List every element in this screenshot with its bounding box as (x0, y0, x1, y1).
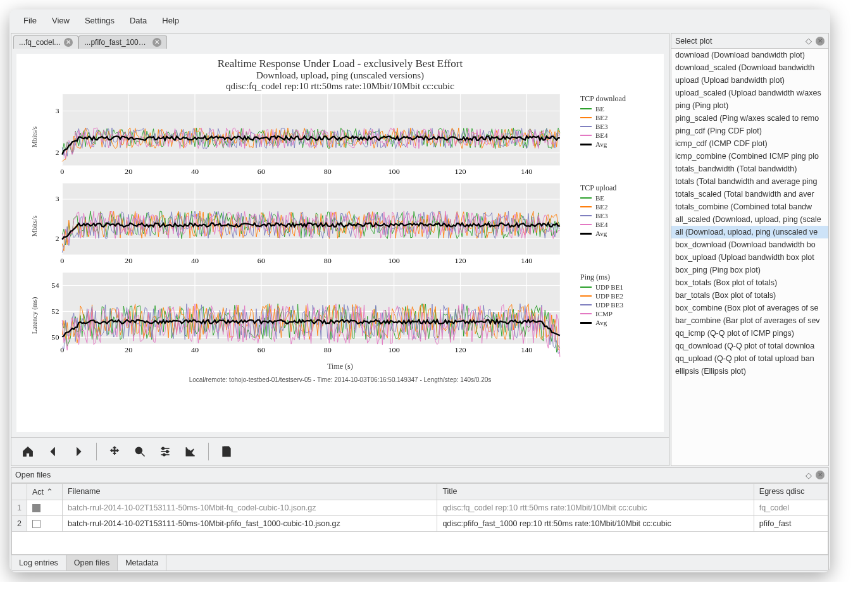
close-icon[interactable]: ✕ (816, 471, 825, 479)
legend-label: BE (595, 105, 604, 113)
bottom-tab[interactable]: Log entries (11, 555, 66, 570)
chart-title-3: qdisc:fq_codel rep:10 rtt:50ms rate:10Mb… (16, 81, 664, 92)
cell-egress: fq_codel (754, 500, 828, 515)
axes-icon[interactable] (179, 441, 202, 462)
legend-title: Ping (ms) (580, 273, 651, 282)
svg-rect-74 (225, 452, 229, 455)
plot-list-item[interactable]: ping_cdf (Ping CDF plot) (671, 125, 828, 137)
plot-list-item[interactable]: totals_scaled (Total bandwidth and aver (671, 188, 828, 200)
bottom-tab[interactable]: Metadata (118, 555, 166, 570)
legend-item: BE (580, 194, 651, 202)
legend-label: BE4 (595, 221, 608, 228)
legend-item: BE (580, 105, 651, 113)
plot-list-item[interactable]: box_combine (Box plot of averages of se (671, 302, 828, 314)
forward-icon[interactable] (67, 441, 90, 462)
legend-title: TCP upload (580, 183, 651, 193)
plot-list-item[interactable]: qq_upload (Q-Q plot of total upload ban (671, 352, 828, 365)
chart-title-2: Download, upload, ping (unscaled version… (16, 70, 664, 81)
save-icon[interactable] (215, 441, 238, 462)
bottom-tab[interactable]: Open files (66, 555, 118, 570)
svg-text:50: 50 (51, 333, 59, 342)
table-spacer (11, 532, 828, 555)
column-header[interactable] (12, 483, 27, 500)
close-icon[interactable]: ✕ (152, 38, 161, 47)
plot-list-item[interactable]: qq_download (Q-Q plot of total downloa (671, 340, 828, 352)
legend-label: BE2 (595, 203, 608, 211)
legend-item: UDP BE3 (580, 301, 651, 309)
zoom-icon[interactable] (128, 441, 151, 462)
column-header[interactable]: Egress qdisc (754, 483, 828, 500)
plot-list-item[interactable]: icmp_cdf (ICMP CDF plot) (671, 137, 828, 150)
menu-view[interactable]: View (46, 13, 76, 28)
column-header[interactable]: Act ⌃ (27, 483, 63, 500)
home-icon[interactable] (16, 441, 39, 462)
axis-box: 23020406080100120140 (39, 183, 575, 269)
plot-list-item[interactable]: icmp_combine (Combined ICMP ping plo (671, 150, 828, 163)
plot-list-item[interactable]: download (Download bandwidth plot) (671, 49, 828, 61)
svg-text:80: 80 (324, 168, 332, 176)
select-plot-panel: Select plot ◇ ✕ download (Download bandw… (671, 33, 829, 466)
table-row[interactable]: 1batch-rrul-2014-10-02T153111-50ms-10Mbi… (12, 500, 828, 515)
menu-data[interactable]: Data (123, 13, 153, 28)
plot-list-item[interactable]: ping_scaled (Ping w/axes scaled to remo (671, 112, 828, 125)
plot-list-item[interactable]: ping (Ping plot) (671, 99, 828, 112)
plot-list[interactable]: download (Download bandwidth plot)downlo… (671, 49, 828, 465)
menu-settings[interactable]: Settings (78, 13, 121, 28)
plot-list-item[interactable]: bar_combine (Bar plot of averages of sev (671, 314, 828, 327)
svg-text:0: 0 (60, 257, 64, 265)
plot-list-item[interactable]: qq_icmp (Q-Q plot of ICMP pings) (671, 327, 828, 340)
active-checkbox[interactable] (32, 504, 40, 512)
plot-list-item[interactable]: all (Download, upload, ping (unscaled ve (671, 226, 828, 238)
plot-list-item[interactable]: box_download (Download bandwidth bo (671, 238, 828, 251)
legend-swatch (580, 126, 592, 127)
svg-text:20: 20 (125, 346, 132, 354)
plot-list-item[interactable]: totals (Total bandwidth and average ping (671, 175, 828, 188)
svg-text:54: 54 (51, 281, 59, 290)
active-checkbox[interactable] (32, 520, 40, 528)
plot-list-item[interactable]: ellipsis (Ellipsis plot) (671, 365, 828, 378)
files-table-wrap: Act ⌃FilenameTitleEgress qdisc 1batch-rr… (11, 483, 828, 555)
svg-text:20: 20 (125, 168, 132, 176)
plot-list-item[interactable]: totals_combine (Combined total bandw (671, 200, 828, 213)
legend-item: ICMP (580, 310, 651, 317)
close-icon[interactable]: ✕ (64, 38, 73, 47)
plot-list-item[interactable]: all_scaled (Download, upload, ping (scal… (671, 213, 828, 226)
svg-line-66 (142, 453, 145, 456)
y-axis-label: Mbits/s (29, 183, 39, 269)
cell-egress: pfifo_fast (754, 515, 828, 531)
legend-label: UDP BE3 (595, 301, 623, 309)
plot-list-item[interactable]: box_upload (Upload bandwidth box plot (671, 251, 828, 264)
plot-list-item[interactable]: box_totals (Box plot of totals) (671, 276, 828, 289)
svg-text:3: 3 (55, 195, 59, 204)
cell-title: qdisc:fq_codel rep:10 rtt:50ms rate:10Mb… (437, 500, 754, 515)
plot-list-item[interactable]: totals_bandwidth (Total bandwidth) (671, 163, 828, 175)
svg-text:40: 40 (191, 168, 199, 176)
svg-text:100: 100 (389, 257, 400, 265)
plot-list-item[interactable]: box_ping (Ping box plot) (671, 264, 828, 276)
menu-file[interactable]: File (17, 13, 43, 28)
separator (96, 443, 97, 460)
tab-fq-codel[interactable]: ...fq_codel... ✕ (13, 35, 78, 49)
column-header[interactable]: Filename (63, 483, 437, 500)
table-row[interactable]: 2batch-rrul-2014-10-02T153111-50ms-10Mbi… (12, 515, 828, 531)
column-header[interactable]: Title (437, 483, 754, 500)
close-icon[interactable]: ✕ (816, 37, 825, 46)
back-icon[interactable] (42, 441, 65, 462)
cell-title: qdisc:pfifo_fast_1000 rep:10 rtt:50ms ra… (437, 515, 754, 531)
svg-rect-21 (62, 183, 560, 255)
chart-panels: Mbits/s23020406080100120140TCP downloadB… (16, 92, 664, 374)
move-icon[interactable] (103, 441, 126, 462)
y-axis-label: Latency (ms) (29, 273, 39, 358)
legend-label: Avg (595, 319, 607, 326)
plot-list-item[interactable]: upload_scaled (Upload bandwidth w/axes (671, 87, 828, 99)
plot-list-item[interactable]: download_scaled (Download bandwidth (671, 61, 828, 74)
svg-text:80: 80 (324, 346, 332, 354)
menu-help[interactable]: Help (156, 13, 185, 28)
plot-list-item[interactable]: bar_totals (Box plot of totals) (671, 289, 828, 302)
legend-label: BE2 (595, 114, 608, 121)
configure-icon[interactable] (154, 441, 177, 462)
tab-pfifo-fast[interactable]: ...pfifo_fast_1000... ✕ (78, 35, 167, 49)
detach-icon[interactable]: ◇ (806, 471, 812, 480)
detach-icon[interactable]: ◇ (806, 36, 812, 46)
plot-list-item[interactable]: upload (Upload bandwidth plot) (671, 74, 828, 87)
